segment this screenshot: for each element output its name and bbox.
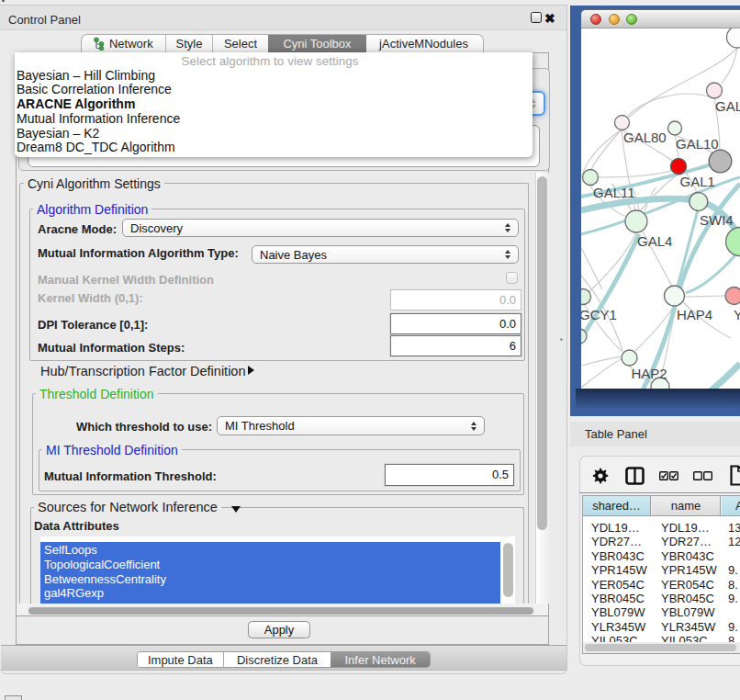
svg-text:GAL11: GAL11 <box>593 185 635 200</box>
svg-text:GAL10: GAL10 <box>676 136 719 152</box>
svg-text:GAL1: GAL1 <box>680 174 715 189</box>
svg-text:HAP4: HAP4 <box>677 307 712 322</box>
svg-text:GAL80: GAL80 <box>623 130 667 145</box>
svg-text:GCY1: GCY1 <box>581 307 617 322</box>
svg-text:GAL4: GAL4 <box>637 233 672 249</box>
svg-text:HAP2: HAP2 <box>632 366 667 381</box>
svg-text:Y: Y <box>734 307 740 322</box>
svg-text:SWI4: SWI4 <box>700 212 734 228</box>
svg-text:GAL: GAL <box>715 98 740 114</box>
